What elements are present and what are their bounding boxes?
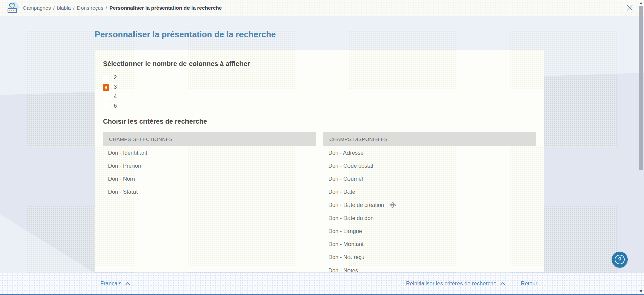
radio-option-label: 4 <box>114 93 117 100</box>
field-item-don-date-du-don[interactable]: Don - Date du don <box>323 212 536 225</box>
radio-option-label: 6 <box>114 103 117 109</box>
topbar: Campagnes / blabla / Dons reçus / Person… <box>0 0 644 16</box>
field-item-don-notes[interactable]: Don - Notes <box>323 264 536 272</box>
back-button[interactable]: Retour <box>521 280 537 287</box>
reset-criteria-label: Réinitialiser les critères de recherche <box>406 280 497 287</box>
close-icon <box>626 5 633 11</box>
column-count-radio-group: 2 3 4 6 <box>103 73 536 111</box>
footer: Français Réinitialiser les critères de r… <box>0 273 644 294</box>
breadcrumb: Campagnes / blabla / Dons reçus / Person… <box>23 5 222 11</box>
radio-button-icon <box>103 84 109 91</box>
scrollbar-down-arrow-icon[interactable] <box>639 290 643 292</box>
field-label: Don - Date de création <box>328 202 384 208</box>
donation-box-heart-logo-icon <box>5 1 20 15</box>
selected-fields-header: CHAMPS SÉLECTIONNÉS <box>103 132 316 146</box>
radio-option-label: 2 <box>114 74 117 81</box>
field-item-don-date-de-creation[interactable]: Don - Date de création <box>323 198 536 212</box>
breadcrumb-separator: / <box>53 5 55 11</box>
field-item-don-no-recu[interactable]: Don - No. reçu <box>323 251 536 264</box>
field-label: Don - Identifiant <box>108 150 147 156</box>
field-item-don-statut[interactable]: Don - Statut <box>103 185 316 198</box>
field-item-don-montant[interactable]: Don - Montant <box>323 238 536 251</box>
field-item-don-date[interactable]: Don - Date <box>323 185 536 198</box>
field-item-don-adresse[interactable]: Don - Adresse <box>323 146 536 159</box>
field-label: Don - No. reçu <box>328 254 364 260</box>
field-item-don-courriel[interactable]: Don - Courriel <box>323 172 536 185</box>
field-label: Don - Date du don <box>328 215 374 221</box>
selected-fields-column: CHAMPS SÉLECTIONNÉS Don - Identifiant Do… <box>103 132 316 272</box>
background-swoosh-bottom-left <box>0 201 95 273</box>
breadcrumb-campagnes[interactable]: Campagnes <box>23 5 51 11</box>
radio-option-3-columns[interactable]: 3 <box>103 82 140 92</box>
breadcrumb-current: Personnaliser la présentation de la rech… <box>109 5 222 11</box>
breadcrumb-separator: / <box>73 5 74 11</box>
customize-search-screen: Campagnes / blabla / Dons reçus / Person… <box>0 0 644 295</box>
fields-columns: CHAMPS SÉLECTIONNÉS Don - Identifiant Do… <box>103 132 536 272</box>
reset-criteria-button[interactable]: Réinitialiser les critères de recherche <box>406 280 506 287</box>
field-label: Don - Code postal <box>328 163 373 169</box>
close-button[interactable] <box>625 4 634 12</box>
field-label: Don - Adresse <box>328 150 364 156</box>
available-fields-header: CHAMPS DISPONIBLES <box>323 132 536 146</box>
question-mark-icon: ? <box>615 255 625 264</box>
radio-button-icon <box>103 75 109 81</box>
field-label: Don - Nom <box>108 176 135 182</box>
language-selector[interactable]: Français <box>100 280 130 287</box>
radio-option-label: 3 <box>114 84 117 91</box>
radio-button-icon <box>103 94 109 100</box>
field-item-don-code-postal[interactable]: Don - Code postal <box>323 159 536 172</box>
field-label: Don - Prénom <box>108 163 143 169</box>
breadcrumb-separator: / <box>106 5 107 11</box>
field-label: Don - Statut <box>108 189 138 195</box>
move-cursor-icon <box>389 201 397 209</box>
breadcrumb-dons-recus[interactable]: Dons reçus <box>77 5 103 11</box>
radio-button-icon <box>103 103 109 109</box>
radio-option-4-columns[interactable]: 4 <box>103 92 140 101</box>
columns-count-heading: Sélectionner le nombre de colonnes à aff… <box>103 60 536 68</box>
chevron-up-icon <box>500 282 505 285</box>
field-label: Don - Montant <box>328 241 364 247</box>
footer-right-actions: Réinitialiser les critères de recherche … <box>406 280 537 287</box>
field-item-don-nom[interactable]: Don - Nom <box>103 172 316 185</box>
scrollbar-thumb[interactable] <box>639 6 643 170</box>
breadcrumb-blabla[interactable]: blabla <box>57 5 71 11</box>
field-label: Don - Courriel <box>328 176 363 182</box>
scrollbar[interactable] <box>638 0 644 295</box>
available-fields-column: CHAMPS DISPONIBLES Don - Adresse Don - C… <box>323 132 536 272</box>
settings-card: Sélectionner le nombre de colonnes à aff… <box>95 50 544 272</box>
bottom-accent-bar <box>0 294 644 295</box>
field-label: Don - Langue <box>328 228 362 234</box>
field-item-don-prenom[interactable]: Don - Prénom <box>103 159 316 172</box>
chevron-up-icon <box>125 282 130 285</box>
radio-option-2-columns[interactable]: 2 <box>103 73 140 82</box>
radio-option-6-columns[interactable]: 6 <box>103 101 140 111</box>
field-label: Don - Date <box>328 189 355 195</box>
field-item-don-langue[interactable]: Don - Langue <box>323 225 536 238</box>
scrollbar-up-arrow-icon[interactable] <box>639 2 643 4</box>
field-item-don-identifiant[interactable]: Don - Identifiant <box>103 146 316 159</box>
search-criteria-heading: Choisir les critères de recherche <box>103 117 536 125</box>
language-label: Français <box>100 280 121 287</box>
help-button[interactable]: ? <box>612 252 628 268</box>
page-title: Personnaliser la présentation de la rech… <box>95 30 276 39</box>
field-label: Don - Notes <box>328 267 358 272</box>
